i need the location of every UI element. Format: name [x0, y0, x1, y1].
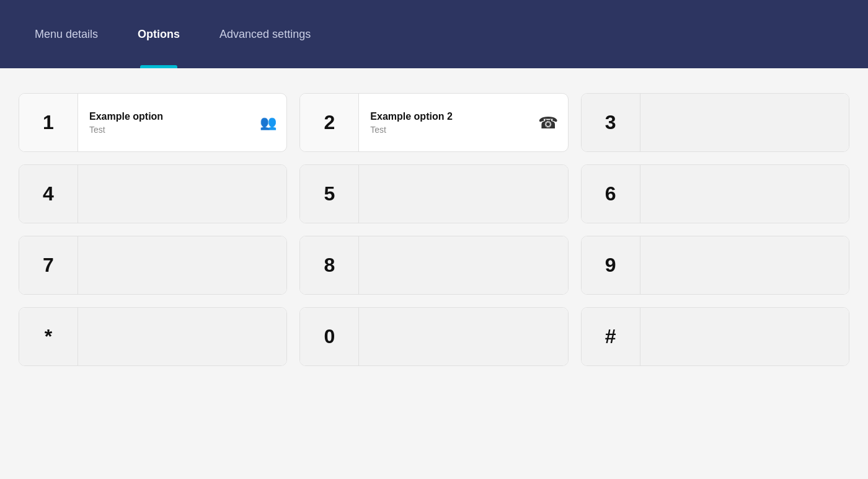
tab-menu-details[interactable]: Menu details: [15, 0, 118, 68]
card-title-1: Example option 2: [370, 111, 556, 122]
option-card-*[interactable]: *: [19, 307, 287, 366]
card-content-7: [78, 236, 286, 294]
card-content-9: [640, 236, 849, 294]
phone-icon: ☎: [538, 113, 558, 132]
option-card-8[interactable]: 8: [299, 236, 568, 295]
card-number-9: 9: [582, 236, 640, 294]
card-content-5: [359, 165, 567, 223]
card-number-6: 6: [582, 165, 640, 223]
tab-advanced-settings[interactable]: Advanced settings: [200, 0, 330, 68]
main-content: 1 Example option Test 👥 2 Example option…: [0, 68, 868, 391]
option-card-6[interactable]: 6: [581, 164, 849, 223]
option-card-2[interactable]: 2 Example option 2 Test ☎: [299, 93, 568, 152]
card-number-1: 1: [19, 94, 78, 151]
option-card-#[interactable]: #: [581, 307, 849, 366]
card-number-#: #: [582, 308, 640, 365]
card-content-2: Example option 2 Test ☎: [359, 94, 567, 151]
option-card-7[interactable]: 7: [19, 236, 287, 295]
option-card-5[interactable]: 5: [299, 164, 568, 223]
card-content-6: [640, 165, 849, 223]
card-content-1: Example option Test 👥: [78, 94, 286, 151]
card-content-0: [359, 308, 567, 365]
option-card-1[interactable]: 1 Example option Test 👥: [19, 93, 287, 152]
card-number-8: 8: [300, 236, 359, 294]
card-number-*: *: [19, 308, 78, 365]
card-number-0: 0: [300, 308, 359, 365]
card-content-8: [359, 236, 567, 294]
card-content-3: [640, 94, 849, 151]
users-icon: 👥: [260, 115, 277, 131]
card-subtitle-0: Test: [89, 125, 275, 135]
option-card-4[interactable]: 4: [19, 164, 287, 223]
card-subtitle-1: Test: [370, 125, 556, 135]
tab-options[interactable]: Options: [118, 0, 200, 68]
card-number-4: 4: [19, 165, 78, 223]
option-card-3[interactable]: 3: [581, 93, 849, 152]
option-card-0[interactable]: 0: [299, 307, 568, 366]
card-number-5: 5: [300, 165, 359, 223]
card-number-3: 3: [582, 94, 640, 151]
tab-nav: Menu details Options Advanced settings: [15, 0, 330, 68]
card-content-4: [78, 165, 286, 223]
card-number-7: 7: [19, 236, 78, 294]
card-title-0: Example option: [89, 111, 275, 122]
card-content-*: [78, 308, 286, 365]
card-number-2: 2: [300, 94, 359, 151]
header: Menu details Options Advanced settings: [0, 0, 868, 68]
card-content-#: [640, 308, 849, 365]
options-grid: 1 Example option Test 👥 2 Example option…: [19, 93, 849, 366]
option-card-9[interactable]: 9: [581, 236, 849, 295]
